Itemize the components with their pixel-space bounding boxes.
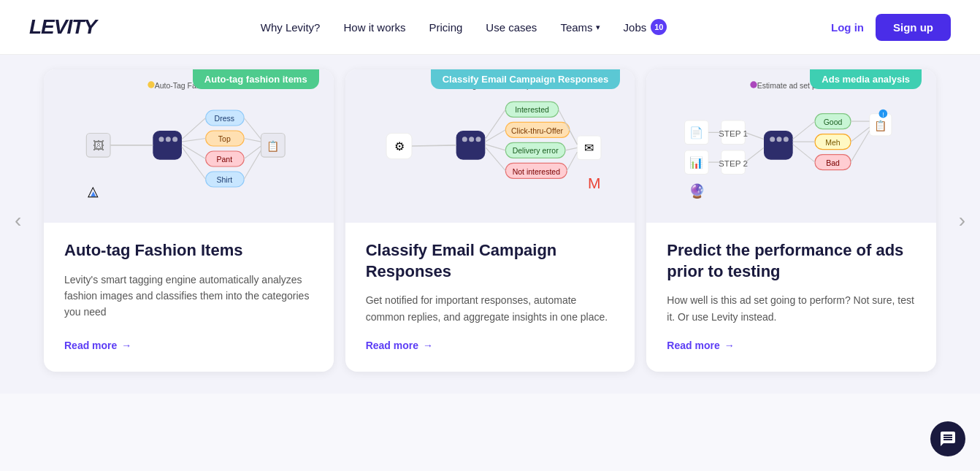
svg-text:Top: Top [218, 134, 231, 143]
jobs-badge: 10 [651, 19, 667, 35]
nav-actions: Log in Sign up [831, 14, 951, 41]
svg-text:⚙: ⚙ [394, 139, 404, 153]
carousel-wrapper: ‹ Auto-tag fashion items Auto-Tag Fashio… [22, 69, 958, 372]
svg-text:📋: 📋 [875, 120, 888, 132]
card-ads-tag: Ads media analysis [810, 69, 922, 89]
svg-point-7 [166, 137, 171, 142]
svg-text:Dress: Dress [215, 114, 234, 123]
card-email-title: Classify Email Campaign Responses [366, 240, 615, 282]
svg-text:Delivery error: Delivery error [512, 147, 559, 156]
svg-point-61 [751, 81, 757, 88]
svg-rect-35 [456, 131, 485, 160]
card-fashion-image: Auto-Tag Fashion Items 🖼 Dress [44, 69, 334, 223]
svg-text:Not interested: Not interested [512, 167, 560, 176]
cards-container: Auto-tag fashion items Auto-Tag Fashion … [22, 69, 958, 372]
svg-text:📊: 📊 [690, 156, 704, 169]
svg-text:M: M [588, 175, 601, 191]
carousel-next-button[interactable]: › [952, 202, 973, 240]
navbar: LEVITY Why Levity? How it works Pricing … [0, 0, 980, 55]
card-ads-desc: How well is this ad set going to perform… [667, 292, 916, 325]
card-ads-image: Estimate ad set performance 📄 📊 STEP 1 S… [646, 69, 936, 223]
card-fashion: Auto-tag fashion items Auto-Tag Fashion … [44, 69, 334, 372]
card-fashion-desc: Levity's smart tagging engine automatica… [64, 272, 313, 325]
arrow-right-icon: → [121, 340, 131, 351]
svg-text:Meh: Meh [826, 138, 841, 147]
card-ads-read-more[interactable]: Read more → [667, 340, 916, 351]
svg-point-72 [777, 137, 782, 142]
card-email-body: Classify Email Campaign Responses Get no… [345, 223, 635, 372]
nav-teams[interactable]: Teams ▾ [560, 21, 600, 34]
svg-text:Interested: Interested [515, 106, 549, 115]
card-email-read-more[interactable]: Read more → [366, 340, 615, 351]
svg-text:!: ! [883, 112, 884, 118]
svg-point-6 [158, 137, 164, 142]
login-button[interactable]: Log in [831, 21, 864, 34]
card-email-image: Categorize email responses ⚙ Interested [345, 69, 635, 223]
svg-point-2 [148, 81, 154, 88]
chevron-down-icon: ▾ [596, 23, 600, 32]
nav-links: Why Levity? How it works Pricing Use cas… [261, 19, 667, 35]
svg-text:Good: Good [824, 118, 843, 126]
chat-bubble-button[interactable] [930, 421, 965, 456]
svg-line-49 [412, 145, 456, 146]
svg-text:🖼: 🖼 [93, 139, 104, 152]
chat-icon [939, 430, 957, 448]
card-fashion-tag: Auto-tag fashion items [193, 69, 319, 89]
svg-point-37 [469, 137, 474, 142]
svg-point-38 [475, 137, 481, 142]
svg-point-73 [784, 137, 789, 142]
card-email-desc: Get notified for important responses, au… [366, 292, 615, 325]
nav-jobs[interactable]: Jobs 10 [624, 19, 667, 35]
svg-text:STEP 2: STEP 2 [719, 158, 748, 168]
email-diagram: Categorize email responses ⚙ Interested [345, 69, 635, 223]
svg-text:✉: ✉ [584, 141, 594, 154]
card-ads-title: Predict the performance of ads prior to … [667, 240, 916, 282]
svg-point-71 [770, 137, 775, 142]
svg-text:🔮: 🔮 [689, 183, 707, 199]
nav-use-cases[interactable]: Use cases [486, 21, 537, 34]
svg-point-36 [462, 137, 467, 142]
svg-text:STEP 1: STEP 1 [719, 129, 748, 138]
nav-how-it-works[interactable]: How it works [343, 21, 405, 34]
card-fashion-title: Auto-tag Fashion Items [64, 240, 313, 261]
arrow-right-icon: → [724, 340, 735, 351]
ads-diagram: Estimate ad set performance 📄 📊 STEP 1 S… [646, 69, 936, 223]
nav-pricing[interactable]: Pricing [429, 21, 462, 34]
svg-rect-70 [764, 131, 793, 160]
svg-text:Pant: Pant [217, 155, 233, 164]
svg-text:📄: 📄 [690, 126, 704, 139]
svg-text:Bad: Bad [826, 158, 840, 167]
svg-text:Shirt: Shirt [217, 175, 233, 184]
card-ads: Ads media analysis Estimate ad set perfo… [646, 69, 936, 372]
signup-button[interactable]: Sign up [876, 14, 951, 41]
nav-why-levity[interactable]: Why Levity? [261, 21, 321, 34]
main-content: ‹ Auto-tag fashion items Auto-Tag Fashio… [0, 55, 980, 394]
svg-rect-5 [153, 131, 182, 160]
logo[interactable]: LEVITY [29, 15, 96, 39]
svg-text:📋: 📋 [267, 140, 280, 153]
carousel-prev-button[interactable]: ‹ [7, 202, 28, 240]
svg-point-8 [172, 137, 177, 142]
arrow-right-icon: → [423, 340, 433, 351]
svg-text:▲: ▲ [89, 188, 98, 198]
fashion-diagram: Auto-Tag Fashion Items 🖼 Dress [44, 69, 334, 223]
card-email: Classify Email Campaign Responses Catego… [345, 69, 635, 372]
svg-text:Click-thru-Offer: Click-thru-Offer [511, 126, 563, 135]
card-fashion-read-more[interactable]: Read more → [64, 340, 313, 351]
card-fashion-body: Auto-tag Fashion Items Levity's smart ta… [44, 223, 334, 372]
card-ads-body: Predict the performance of ads prior to … [646, 223, 936, 372]
card-email-tag: Classify Email Campaign Responses [431, 69, 621, 89]
